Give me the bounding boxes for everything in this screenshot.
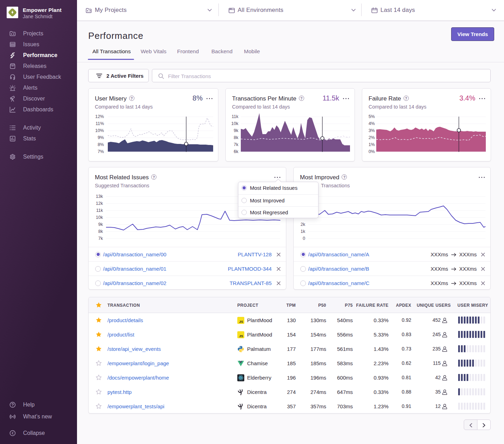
svg-text:JS: JS [239, 320, 243, 324]
svg-text:JS: JS [239, 334, 243, 338]
